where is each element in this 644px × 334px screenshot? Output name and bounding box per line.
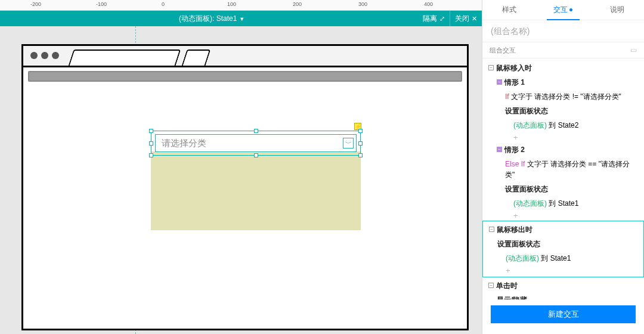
interaction-tree: − 鼠标移入时 − 情形 1 If 文字于 请选择分类 != "请选择分类" 设… [482,58,644,299]
canvas-area: -200 -100 0 100 200 300 400 (动态面板): Stat… [0,0,482,334]
resize-handle[interactable] [149,141,153,146]
close-button[interactable]: 关闭✕ [450,11,482,26]
ruler-tick: 0 [162,1,165,7]
ruler-tick: -200 [30,1,41,7]
tab-style[interactable]: 样式 [482,0,536,20]
add-action[interactable]: + [482,132,644,143]
condition-row[interactable]: If 文字于 请选择分类 != "请选择分类" [482,89,644,104]
selected-group[interactable]: ⚡ 请选择分类 ﹀ [151,131,361,156]
resize-handle[interactable] [254,129,258,133]
active-dot-icon [569,8,572,11]
tab-interactions[interactable]: 交互 [536,0,590,20]
panel-background-rect[interactable] [151,151,361,230]
resize-handle[interactable] [254,153,258,157]
browser-tab-shape [182,50,211,66]
canvas-body[interactable]: ⚡ 请选择分类 ﹀ [0,26,482,334]
chevron-down-icon: ﹀ [343,138,354,149]
event-mouse-enter[interactable]: − 鼠标移入时 [482,61,644,75]
action-label[interactable]: 显示/隐藏 [482,293,644,299]
inspector-panel: 样式 交互 说明 (组合名称) 组合交互 ▭ − 鼠标移入时 − 情形 1 If… [482,0,644,334]
ruler-tick: 400 [424,1,433,7]
dropdown-widget[interactable]: 请选择分类 ﹀ [155,134,357,152]
event-click[interactable]: − 单击时 [482,279,644,293]
dropdown-toggle[interactable]: ﹀ [340,135,356,151]
action-target[interactable]: (动态面板) 到 State2 [482,118,644,132]
state-label[interactable]: (动态面板): State1▼ [0,14,247,24]
ruler-tick: 300 [358,1,367,7]
collapse-icon[interactable]: − [497,79,502,85]
collapse-icon[interactable]: − [488,65,494,70]
event-mouse-leave-selected[interactable]: − 鼠标移出时 设置面板状态 (动态面板) 到 State1 + [482,221,644,277]
resize-handle[interactable] [358,141,363,146]
popout-icon[interactable]: ▭ [630,46,637,54]
action-label[interactable]: 设置面板状态 [482,182,644,196]
widget-name-input[interactable]: (组合名称) [482,20,644,42]
ruler-tick: 200 [293,1,302,7]
add-action[interactable]: + [483,265,643,276]
case-node[interactable]: − 情形 1 [482,75,644,89]
browser-tabbar [23,46,467,67]
expand-icon: ⤢ [439,15,445,23]
condition-row[interactable]: Else If 文字于 请选择分类 == "请选择分类" [482,157,644,182]
address-bar-shape [28,71,462,82]
collapse-icon[interactable]: − [488,283,494,288]
resize-handle[interactable] [149,153,153,157]
state-bar: (动态面板): State1▼ 隔离⤢ 关闭✕ [0,11,482,26]
collapse-icon[interactable]: − [489,227,494,232]
isolate-button[interactable]: 隔离⤢ [418,11,450,26]
browser-tab-shape [69,50,181,66]
action-label[interactable]: 设置面板状态 [483,237,643,251]
inspector-tabs: 样式 交互 说明 [482,0,644,20]
case-node[interactable]: − 情形 2 [482,143,644,157]
close-icon: ✕ [472,15,477,23]
ruler-tick: 100 [227,1,236,7]
action-target[interactable]: (动态面板) 到 State1 [483,251,643,265]
action-label[interactable]: 设置面板状态 [482,104,644,118]
window-dots-icon [30,52,59,59]
dropdown-placeholder: 请选择分类 [156,138,340,149]
collapse-icon[interactable]: − [497,147,502,152]
add-action[interactable]: + [482,211,644,221]
tab-notes[interactable]: 说明 [590,0,644,20]
resize-handle[interactable] [358,129,363,133]
chevron-down-icon: ▼ [239,16,244,22]
section-group-interactions: 组合交互 ▭ [482,42,644,58]
resize-handle[interactable] [149,129,153,133]
ruler-tick: -100 [96,1,107,7]
new-interaction-button[interactable]: 新建交互 [491,305,636,323]
resize-handle[interactable] [358,153,363,157]
ruler-horizontal: -200 -100 0 100 200 300 400 [0,0,482,11]
action-target[interactable]: (动态面板) 到 State1 [482,196,644,211]
